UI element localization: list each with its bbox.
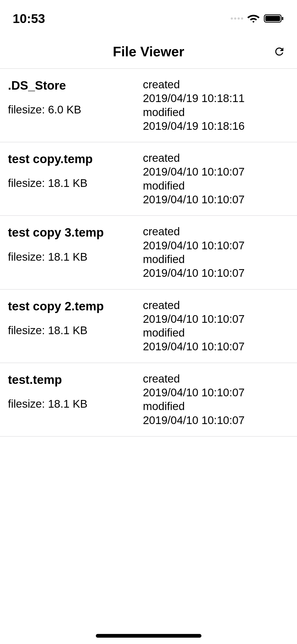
file-row[interactable]: test.temp filesize: 18.1 KB created 2019… <box>0 363 297 436</box>
created-value: 2019/04/10 10:10:07 <box>143 313 289 325</box>
navigation-bar: File Viewer <box>0 34 297 69</box>
home-indicator[interactable] <box>96 634 201 638</box>
file-name: test.temp <box>8 372 143 387</box>
created-value: 2019/04/10 10:10:07 <box>143 165 289 178</box>
modified-value: 2019/04/10 10:10:07 <box>143 193 289 206</box>
modified-value: 2019/04/19 10:18:16 <box>143 120 289 132</box>
created-label: created <box>143 78 289 91</box>
modified-label: modified <box>143 400 289 413</box>
modified-label: modified <box>143 180 289 192</box>
file-row[interactable]: .DS_Store filesize: 6.0 KB created 2019/… <box>0 69 297 142</box>
created-label: created <box>143 152 289 164</box>
modified-label: modified <box>143 253 289 266</box>
created-label: created <box>143 225 289 238</box>
created-value: 2019/04/10 10:10:07 <box>143 239 289 252</box>
modified-value: 2019/04/10 10:10:07 <box>143 267 289 279</box>
file-row[interactable]: test copy 3.temp filesize: 18.1 KB creat… <box>0 216 297 289</box>
refresh-icon <box>273 45 285 58</box>
created-label: created <box>143 299 289 312</box>
modified-value: 2019/04/10 10:10:07 <box>143 414 289 427</box>
file-row[interactable]: test copy.temp filesize: 18.1 KB created… <box>0 142 297 216</box>
file-size: filesize: 18.1 KB <box>8 398 143 410</box>
file-name: .DS_Store <box>8 78 143 93</box>
modified-label: modified <box>143 326 289 339</box>
modified-value: 2019/04/10 10:10:07 <box>143 340 289 353</box>
file-list: .DS_Store filesize: 6.0 KB created 2019/… <box>0 69 297 436</box>
cellular-signal-icon <box>231 17 243 20</box>
file-size: filesize: 18.1 KB <box>8 324 143 337</box>
file-size: filesize: 6.0 KB <box>8 103 143 116</box>
status-bar: 10:53 <box>0 0 297 34</box>
status-indicators <box>231 14 284 23</box>
file-size: filesize: 18.1 KB <box>8 251 143 263</box>
file-name: test copy 3.temp <box>8 225 143 240</box>
modified-label: modified <box>143 106 289 119</box>
wifi-icon <box>247 14 260 23</box>
file-size: filesize: 18.1 KB <box>8 177 143 190</box>
created-label: created <box>143 372 289 385</box>
file-name: test copy 2.temp <box>8 299 143 314</box>
refresh-button[interactable] <box>272 44 286 59</box>
svg-rect-2 <box>282 17 283 20</box>
battery-icon <box>264 14 284 23</box>
created-value: 2019/04/10 10:10:07 <box>143 386 289 399</box>
status-time: 10:53 <box>13 11 45 26</box>
file-name: test copy.temp <box>8 152 143 166</box>
created-value: 2019/04/19 10:18:11 <box>143 92 289 105</box>
page-title: File Viewer <box>113 44 184 59</box>
svg-rect-1 <box>265 16 280 21</box>
file-row[interactable]: test copy 2.temp filesize: 18.1 KB creat… <box>0 289 297 363</box>
